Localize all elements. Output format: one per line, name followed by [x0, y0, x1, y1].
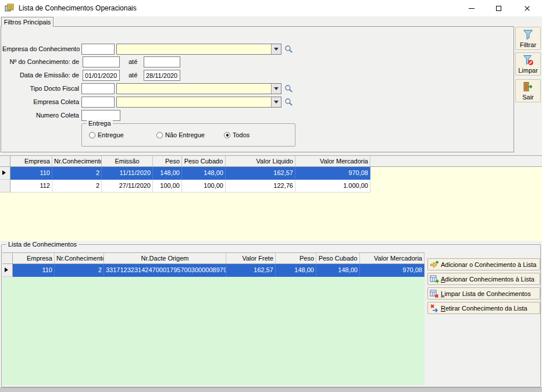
grid-cell: 100,00 [182, 180, 226, 193]
lista-conhecimentos-grid: EmpresaNr.ConhecimentoNr.Dacte OrigemVal… [2, 252, 425, 385]
radio-option-todos[interactable]: Todos [224, 131, 249, 138]
button-limpar-lista-de-conhecimentos[interactable]: Limpar Lista de Conhecimentos [427, 287, 540, 300]
column-header-nr-conhecimento[interactable]: Nr.Conhecimento [52, 156, 102, 166]
button-label: Limpar Lista de Conhecimentos [441, 290, 531, 297]
entrega-legend: Entrega [87, 120, 113, 127]
grid-cell: 112 [10, 180, 52, 193]
grid-cell: 148,00 [316, 264, 360, 277]
data-emissao-ate-input[interactable] [144, 70, 180, 81]
label-empresa-coleta: Empresa Coleta [2, 98, 79, 105]
column-header-valor-frete[interactable]: Valor Frete [226, 253, 276, 263]
side-button-bar: FiltrarLimparSair [515, 0, 541, 116]
window-title: Lista de Conhecimentos Operacionais [19, 4, 137, 12]
column-header-peso[interactable]: Peso [153, 156, 182, 166]
side-button-sair[interactable]: Sair [515, 79, 541, 102]
empresa-coleta-combo[interactable] [116, 97, 281, 108]
grid-cell: 2 [55, 264, 104, 277]
selected-row-arrow [2, 170, 6, 175]
column-header-empresa[interactable]: Empresa [10, 156, 52, 166]
column-header-peso-cubado[interactable]: Peso Cubado [182, 156, 226, 166]
radio-label: Todos [233, 131, 249, 138]
side-button-filtrar[interactable]: Filtrar [515, 27, 541, 50]
grid-header: EmpresaNr.ConhecimentoNr.Dacte OrigemVal… [2, 252, 425, 264]
side-button-label: Sair [522, 94, 534, 101]
button-label: Retirar Conhecimento da Lista [441, 305, 527, 312]
maximize-icon [496, 6, 501, 11]
column-header-emissao[interactable]: Emissão [102, 156, 153, 166]
data-emissao-de-input[interactable] [83, 70, 120, 81]
column-header-valor-mercadoria[interactable]: Valor Mercadoria [295, 156, 370, 166]
tab-filtros-principais[interactable]: Filtros Principais [1, 17, 54, 27]
table-row[interactable]: 112227/11/2020100,00100,00122,761.000,00 [0, 180, 370, 193]
empresa-conhecimento-combo[interactable] [116, 44, 281, 55]
chevron-down-icon[interactable] [271, 44, 281, 54]
row-indicator-header [2, 253, 13, 263]
clear-list-icon [430, 289, 439, 298]
tipo-docto-code-input[interactable] [81, 83, 115, 94]
remove-icon [430, 304, 439, 313]
grid-cell: 100,00 [153, 180, 182, 193]
column-header-peso-cubado[interactable]: Peso Cubado [316, 253, 360, 263]
button-retirar-conhecimento-da-lista[interactable]: Retirar Conhecimento da Lista [427, 302, 540, 314]
grid-cell: 2 [52, 180, 102, 193]
tipo-docto-combo[interactable] [116, 83, 281, 94]
grid-cell: 3317123231424700017957003000008979 [104, 264, 226, 277]
minimize-icon [469, 8, 475, 9]
column-header-nr-conhecimento[interactable]: Nr.Conhecimento [55, 253, 104, 263]
radio-option-nao-entregue[interactable]: Não Entregue [156, 131, 205, 138]
button-adicionar-conhecimentos-a-lista[interactable]: Adicionar Conhecimentos à Lista [427, 273, 540, 285]
chevron-down-icon[interactable] [271, 84, 281, 94]
search-icon[interactable] [284, 98, 293, 106]
selected-row-arrow [5, 268, 8, 272]
chevron-down-icon[interactable] [271, 97, 281, 107]
row-indicator [0, 167, 10, 180]
grid-cell: 162,57 [226, 264, 276, 277]
button-adicionar-o-conhecimento-a-lista[interactable]: Adicionar o Conhecimento à Lista [427, 258, 540, 270]
button-label: Adicionar Conhecimentos à Lista [441, 276, 534, 283]
row-indicator-header [0, 156, 10, 166]
grid-cell: 148,00 [153, 167, 182, 180]
radio-label: Não Entregue [165, 131, 205, 138]
column-header-valor-liquido[interactable]: Valor Liquido [226, 156, 295, 166]
grid-cell: 110 [13, 264, 55, 277]
grid-cell: 11/11/2020 [102, 167, 153, 180]
grid-cell: 2 [52, 167, 102, 180]
clear-filter-icon [522, 54, 534, 67]
side-button-label: Limpar [518, 67, 538, 74]
empresa-coleta-code-input[interactable] [81, 97, 115, 108]
exit-icon [522, 81, 534, 94]
radio-circle[interactable] [156, 132, 163, 138]
column-header-nr-dacte-origem[interactable]: Nr.Dacte Origem [104, 253, 226, 263]
grid-cell: 27/11/2020 [102, 180, 153, 193]
radio-circle[interactable] [89, 132, 95, 138]
search-icon[interactable] [284, 84, 293, 93]
radio-option-entregue[interactable]: Entregue [89, 131, 124, 138]
column-header-empresa[interactable]: Empresa [13, 253, 55, 263]
status-bar [0, 387, 542, 392]
table-row[interactable]: 110211/11/2020148,00148,00162,57970,08 [0, 167, 370, 180]
search-icon[interactable] [284, 45, 293, 54]
empresa-conhecimento-code-input[interactable] [81, 44, 115, 55]
grid-cell: 122,76 [226, 180, 295, 193]
conhecimentos-grid: EmpresaNr.ConhecimentoEmissãoPesoPeso Cu… [0, 155, 542, 241]
column-header-valor-mercadoria[interactable]: Valor Mercadoria [360, 253, 425, 263]
maximize-button[interactable] [485, 0, 512, 16]
label-empresa-conhecimento: Empresa do Conhecimento [2, 45, 79, 52]
row-indicator [2, 264, 13, 277]
radio-circle[interactable] [224, 132, 230, 138]
label-data-emissao: Data de Emissão: de [2, 72, 79, 79]
grid-cell: 1.000,00 [295, 180, 370, 193]
tab-label: Filtros Principais [4, 19, 51, 26]
nr-conhecimento-de-input[interactable] [83, 56, 120, 67]
minimize-button[interactable] [458, 0, 485, 16]
label-numero-coleta: Numero Coleta [2, 112, 79, 119]
grid-cell: 970,08 [295, 167, 370, 180]
filter-icon [522, 28, 534, 41]
table-row[interactable]: 1102331712323142470001795700300000897916… [2, 264, 425, 277]
column-header-peso[interactable]: Peso [276, 253, 316, 263]
nr-conhecimento-ate-input[interactable] [144, 56, 180, 67]
grid-header: EmpresaNr.ConhecimentoEmissãoPesoPeso Cu… [0, 155, 542, 167]
side-button-limpar[interactable]: Limpar [515, 52, 541, 76]
label-ate-nr: até [129, 58, 137, 65]
side-button-label: Filtrar [520, 42, 536, 48]
